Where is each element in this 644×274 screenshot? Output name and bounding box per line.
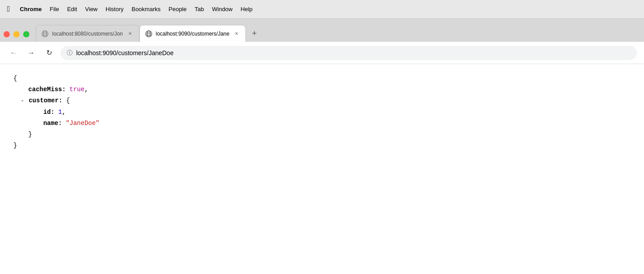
window-controls [4,31,29,42]
tab-2[interactable]: localhost:9090/customers/Jane ✕ [139,25,246,42]
tab1-title: localhost:8080/customers/Jon [52,31,123,37]
close-button[interactable] [4,31,10,37]
menubar-file[interactable]: File [50,6,59,12]
menubar-help[interactable]: Help [240,6,253,12]
address-text: localhost:9090/customers/JaneDoe [76,49,631,56]
back-button[interactable]: ← [7,47,20,59]
globe-icon-tab1 [41,30,49,37]
tabbar: localhost:8080/customers/Jon ✕ localhost… [0,19,644,42]
json-line-6: } [13,140,631,151]
json-line-2: - customer: { [13,95,631,106]
forward-button[interactable]: → [25,47,37,59]
globe-icon-tab2 [145,30,152,37]
json-line-3: id: 1, [13,107,631,118]
menubar-edit[interactable]: Edit [67,6,77,12]
menubar:  Chrome File Edit View History Bookmark… [0,0,644,19]
tab-1[interactable]: localhost:8080/customers/Jon ✕ [36,25,139,42]
tab2-title: localhost:9090/customers/Jane [156,31,229,37]
json-line-5: } [13,129,631,140]
tab2-close[interactable]: ✕ [233,30,240,37]
apple-menu-icon[interactable]:  [7,4,10,14]
minimize-button[interactable] [13,31,20,37]
page-content: { cacheMiss: true, - customer: { id: 1, … [0,64,644,274]
menubar-view[interactable]: View [85,6,98,12]
reload-button[interactable]: ↻ [43,47,55,59]
json-line-1: cacheMiss: true, [13,84,631,95]
menubar-tab[interactable]: Tab [195,6,204,12]
json-line-4: name: "JaneDoe" [13,118,631,129]
menubar-window[interactable]: Window [212,6,232,12]
menubar-chrome[interactable]: Chrome [20,6,42,12]
toolbar: ← → ↻ ⓘ localhost:9090/customers/JaneDoe [0,42,644,64]
tab1-close[interactable]: ✕ [126,30,134,37]
menubar-history[interactable]: History [106,6,123,12]
address-bar[interactable]: ⓘ localhost:9090/customers/JaneDoe [61,46,637,60]
menubar-bookmarks[interactable]: Bookmarks [131,6,160,12]
maximize-button[interactable] [23,31,29,37]
menubar-people[interactable]: People [169,6,187,12]
json-line-0: { [13,73,631,84]
info-icon: ⓘ [67,49,73,57]
new-tab-button[interactable]: + [248,28,261,42]
